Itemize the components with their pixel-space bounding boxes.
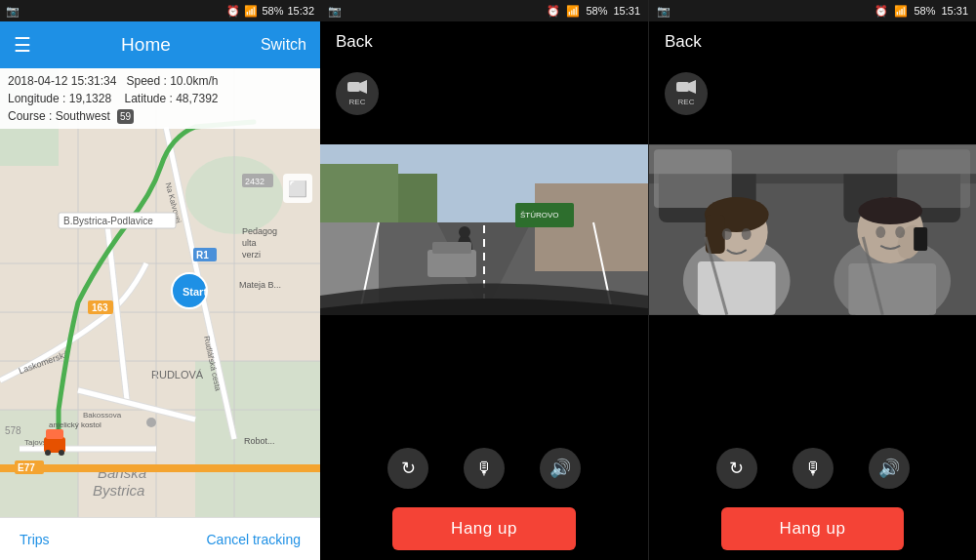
app-header: ☰ Home Switch [0,21,320,68]
svg-text:B.Bystrica-Podlavice: B.Bystrica-Podlavice [63,216,153,226]
svg-rect-82 [698,261,776,315]
svg-point-89 [895,226,905,238]
rec-icon-interior: REC [676,80,696,106]
bottom-bar: Trips Cancel tracking [0,517,320,560]
road-scene-svg: ŠTÚROVO [320,144,648,315]
svg-rect-87 [914,227,927,251]
mic-icon-3: 🎙 [804,459,822,479]
speaker-btn[interactable]: 🔊 [540,448,581,489]
svg-rect-49 [347,82,360,92]
front-camera-frame: ŠTÚROVO [320,144,648,315]
menu-icon[interactable]: ☰ [14,33,31,57]
video-panel-interior: 📷 ⏰ 📶 58% 15:31 Back REC [648,0,976,560]
svg-rect-56 [398,174,437,222]
video2-controls: ↻ 🎙 🔊 [320,439,648,498]
interior-camera-frame [649,144,976,315]
black-gap-mid-3 [649,315,976,439]
map-overlay-icon[interactable]: ⬜ [283,174,312,203]
video2-status-bar: 📷 ⏰ 📶 58% 15:31 [320,0,648,21]
hang-up-button-front[interactable]: Hang up [392,507,576,550]
square-icon: ⬜ [288,180,307,198]
svg-text:Start: Start [183,286,207,298]
speaker-btn-3[interactable]: 🔊 [869,448,910,489]
black-gap-mid [320,315,648,439]
trips-link[interactable]: Trips [20,532,50,547]
longitude-text: Longitude : 19,1328 [8,92,111,105]
latitude-text: Latitude : 48,7392 [124,92,218,105]
svg-text:Mateja B...: Mateja B... [239,280,281,290]
cancel-tracking-link[interactable]: Cancel tracking [207,532,302,547]
video2-alarm: ⏰ [547,5,560,18]
hang-up-bar-front: Hang up [320,498,648,560]
mic-icon: 🎙 [475,459,493,479]
svg-point-88 [875,226,885,238]
svg-text:578: 578 [5,425,21,436]
info-row-2: Longitude : 19,1328 Latitude : 48,7392 [8,90,312,107]
svg-text:Robot...: Robot... [244,436,275,446]
svg-point-62 [459,226,470,238]
alarm-icon: ⏰ [226,5,240,18]
rec-button-interior[interactable]: REC [665,72,708,115]
video3-wifi: 📶 [894,5,908,18]
svg-rect-64 [432,242,471,254]
video2-cam-icon: 📷 [328,5,342,18]
rec-button-front[interactable]: REC [336,72,379,115]
svg-point-85 [858,197,922,224]
svg-text:R1: R1 [196,250,209,260]
svg-rect-34 [46,429,63,439]
date-text: 2018-04-12 15:31:34 [8,74,116,88]
hang-up-bar-interior: Hang up [649,498,976,560]
time-text: 15:32 [287,5,314,17]
svg-text:163: 163 [92,302,108,313]
svg-text:2432: 2432 [245,177,264,186]
svg-point-32 [45,450,51,456]
video3-battery: 58% [914,5,935,17]
black-gap-top [320,125,648,144]
speaker-icon-3: 🔊 [878,458,900,479]
header-title: Home [121,34,171,56]
svg-text:Bakossova: Bakossova [83,411,122,420]
interior-scene-svg [649,144,976,315]
rotate-btn[interactable]: ↻ [387,448,428,489]
video2-top-bar: Back [320,21,648,62]
svg-point-80 [722,228,732,240]
video2-time: 15:31 [613,5,640,17]
rotate-btn-3[interactable]: ↻ [716,448,757,489]
svg-marker-68 [689,80,696,94]
info-row-3: Course : Southwest 59 [8,107,312,125]
svg-text:Pedagog: Pedagog [242,226,277,236]
map-svg: Banská Bystrica RUDLOVÁ Laskomerská Bak [0,68,320,517]
rotate-icon: ↻ [401,458,416,479]
svg-text:verzi: verzi [242,250,261,260]
video2-battery: 58% [586,5,607,17]
video-panel-front: 📷 ⏰ 📶 58% 15:31 Back REC [320,0,648,560]
video3-top-bar: Back [649,21,976,62]
mic-btn[interactable]: 🎙 [464,448,505,489]
status-right: ⏰ 📶 58% 15:32 [226,5,314,18]
course-badge: 59 [117,109,134,124]
svg-text:ŠTÚROVO: ŠTÚROVO [520,211,559,220]
video2-wifi: 📶 [566,5,580,18]
camera-icon: 📷 [6,5,20,18]
switch-button[interactable]: Switch [261,36,306,54]
video3-back[interactable]: Back [665,32,702,52]
map-container[interactable]: Banská Bystrica RUDLOVÁ Laskomerská Bak [0,68,320,517]
speed-text: Speed : 10.0km/h [126,74,218,88]
rec-icon: REC [347,80,367,106]
video2-status-right: ⏰ 📶 58% 15:31 [547,5,640,18]
video3-status-right: ⏰ 📶 58% 15:31 [874,5,968,18]
svg-text:RUDLOVÁ: RUDLOVÁ [151,369,204,380]
hang-up-button-interior[interactable]: Hang up [721,507,905,550]
rec-label: REC [347,98,367,107]
svg-point-81 [742,228,752,240]
mic-btn-3[interactable]: 🎙 [793,448,834,489]
wifi-icon: 📶 [244,5,258,18]
video2-back[interactable]: Back [336,32,373,52]
map-status-bar: 📷 ⏰ 📶 58% 15:32 [0,0,320,21]
course-text: Course : Southwest [8,109,110,123]
speaker-icon: 🔊 [549,458,571,479]
svg-rect-75 [897,149,970,208]
svg-text:ulta: ulta [242,238,257,248]
map-panel: 📷 ⏰ 📶 58% 15:32 ☰ Home Switch 2018-04-12… [0,0,320,560]
black-gap-top-3 [649,125,976,144]
